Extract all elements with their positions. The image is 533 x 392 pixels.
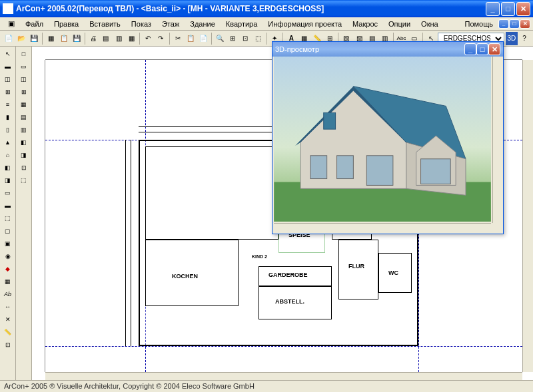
- column-tool[interactable]: ▮: [1, 111, 15, 123]
- tool-a3[interactable]: ▭: [1, 187, 15, 199]
- tool-b6[interactable]: ▤: [17, 111, 31, 123]
- mdi-close-button[interactable]: ✕: [520, 19, 530, 29]
- menu-windows[interactable]: Окна: [416, 19, 444, 29]
- tool-a5[interactable]: ⬚: [1, 212, 15, 224]
- titlebar: ArCon+ 2005.02(Перевод ТВЛ) - <Basic_ii>…: [0, 0, 533, 17]
- menu-file[interactable]: Файл: [20, 19, 49, 29]
- menu-insert[interactable]: Вставить: [84, 19, 126, 29]
- measure-tool[interactable]: 📏: [1, 326, 15, 338]
- svg-rect-6: [421, 159, 451, 184]
- mdi-minimize-button[interactable]: _: [498, 19, 509, 29]
- 3d-preview-window[interactable]: 3D-просмотр _ □ ✕: [272, 41, 504, 234]
- minimize-button[interactable]: _: [486, 2, 500, 16]
- door-tool[interactable]: ◫: [1, 73, 15, 85]
- popup-maximize-button[interactable]: □: [476, 43, 488, 55]
- svg-rect-9: [366, 156, 393, 186]
- tool-b5[interactable]: ▦: [17, 98, 31, 110]
- dimension-tool[interactable]: ↔: [1, 301, 15, 313]
- tool-a11[interactable]: ✕: [1, 313, 15, 325]
- tool-b1[interactable]: □: [17, 48, 31, 60]
- menubar: ▣ Файл Правка Вставить Показ Этаж Здание…: [0, 17, 533, 31]
- tool-b8[interactable]: ◧: [17, 136, 31, 148]
- tool-button-6[interactable]: ▦: [125, 32, 137, 45]
- stairs-tool[interactable]: ≡: [1, 98, 15, 110]
- 3d-viewport[interactable]: [274, 57, 491, 222]
- new-button[interactable]: 📄: [3, 32, 15, 45]
- popup-close-button[interactable]: ✕: [488, 43, 500, 55]
- tool-a12[interactable]: ⊡: [1, 339, 15, 351]
- save-button[interactable]: 💾: [28, 32, 40, 45]
- select-tool[interactable]: ↖: [1, 48, 15, 60]
- redo-button[interactable]: ↷: [155, 32, 167, 45]
- menu-floor[interactable]: Этаж: [157, 19, 185, 29]
- tool-button-4[interactable]: ▤: [100, 32, 112, 45]
- menu-building[interactable]: Здание: [185, 19, 221, 29]
- house-3d-render: [274, 57, 491, 222]
- menu-projectinfo[interactable]: Информация проекта: [263, 19, 347, 29]
- popup-title: 3D-просмотр: [275, 45, 464, 53]
- tool-button-8[interactable]: ⊡: [239, 32, 251, 45]
- tool-b10[interactable]: ⊡: [17, 162, 31, 174]
- dimension-line[interactable]: [131, 140, 131, 346]
- open-button[interactable]: 📂: [15, 32, 27, 45]
- tool-button-9[interactable]: ⬚: [252, 32, 264, 45]
- chimney-tool[interactable]: ▯: [1, 124, 15, 136]
- print-button[interactable]: 🖨: [87, 32, 99, 45]
- tool-a10[interactable]: ▦: [1, 276, 15, 288]
- tool-a6[interactable]: ▢: [1, 225, 15, 237]
- tool-b3[interactable]: ◫: [17, 73, 31, 85]
- popup-h-scrollbar[interactable]: [274, 223, 491, 234]
- app-menu-icon[interactable]: ▣: [3, 18, 20, 29]
- menu-macros[interactable]: Макрос: [347, 19, 383, 29]
- tool-a8[interactable]: ◉: [1, 250, 15, 262]
- tool-b11[interactable]: ⬚: [17, 174, 31, 186]
- paste-button[interactable]: 📄: [197, 32, 209, 45]
- tool-b4[interactable]: ⊞: [17, 86, 31, 98]
- tool-a1[interactable]: ◧: [1, 162, 15, 174]
- tool-button-3[interactable]: 💾: [71, 32, 83, 45]
- room-label: KOCHEN: [172, 273, 198, 280]
- left-toolbar-1: ↖ ▬ ◫ ⊞ ≡ ▮ ▯ ▲ ⌂ ◧ ◨ ▭ ▬ ⬚ ▢ ▣ ◉ ◆ ▦ Ab…: [0, 47, 16, 383]
- close-button[interactable]: ✕: [516, 2, 530, 16]
- undo-button[interactable]: ↶: [142, 32, 154, 45]
- mdi-maximize-button[interactable]: □: [509, 19, 520, 29]
- svg-rect-8: [337, 156, 354, 179]
- room-flur[interactable]: [338, 240, 378, 299]
- popup-titlebar[interactable]: 3D-просмотр _ □ ✕: [272, 42, 503, 57]
- room-label: ABSTELL.: [275, 298, 304, 305]
- menu-view[interactable]: Показ: [126, 19, 157, 29]
- tool-button-5[interactable]: ▥: [113, 32, 125, 45]
- cut-button[interactable]: ✂: [171, 32, 183, 45]
- popup-minimize-button[interactable]: _: [464, 43, 476, 55]
- help-button[interactable]: ?: [518, 32, 530, 45]
- menu-options[interactable]: Опции: [383, 19, 416, 29]
- maximize-button[interactable]: □: [501, 2, 515, 16]
- tool-b7[interactable]: ▥: [17, 124, 31, 136]
- tool-button-1[interactable]: ▦: [45, 32, 57, 45]
- menu-apartment[interactable]: Квартира: [221, 19, 263, 29]
- copy-button[interactable]: 📋: [185, 32, 197, 45]
- statusbar: ArCon+ 2005 ® Visuelle Architektur, Copy…: [0, 380, 533, 392]
- tool-a2[interactable]: ◨: [1, 174, 15, 186]
- tool-b2[interactable]: ▭: [17, 61, 31, 73]
- tool-button-7[interactable]: ⊞: [227, 32, 239, 45]
- window-tool[interactable]: ⊞: [1, 86, 15, 98]
- text-tool[interactable]: Ab: [1, 288, 15, 300]
- wall-tool[interactable]: ▬: [1, 61, 15, 73]
- menu-edit[interactable]: Правка: [49, 19, 84, 29]
- menu-help[interactable]: Помощь: [460, 19, 499, 29]
- zoom-button[interactable]: 🔍: [214, 32, 226, 45]
- tool-b9[interactable]: ◨: [17, 149, 31, 161]
- guide-line[interactable]: [45, 346, 522, 347]
- room[interactable]: [145, 146, 278, 240]
- tool-a9[interactable]: ◆: [1, 263, 15, 275]
- dimension-line[interactable]: [125, 140, 126, 346]
- tool-a4[interactable]: ▬: [1, 200, 15, 212]
- popup-v-scrollbar[interactable]: [492, 57, 503, 223]
- tool-a7[interactable]: ▣: [1, 238, 15, 250]
- vertical-scrollbar[interactable]: [522, 60, 533, 372]
- roof-tool[interactable]: ▲: [1, 136, 15, 148]
- 3d-view-button[interactable]: 3D: [506, 32, 518, 45]
- tool-button-2[interactable]: 📋: [58, 32, 70, 45]
- dormer-tool[interactable]: ⌂: [1, 149, 15, 161]
